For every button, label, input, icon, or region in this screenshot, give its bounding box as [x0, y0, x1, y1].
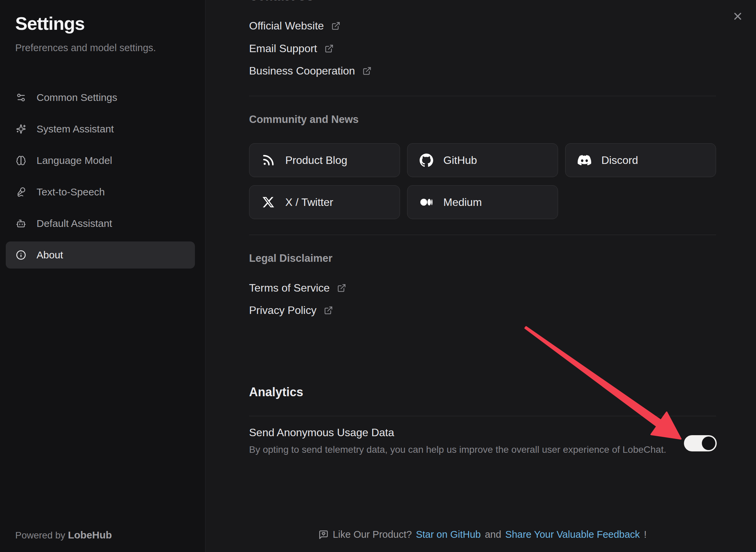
external-link-icon	[325, 44, 334, 53]
legal-heading: Legal Disclaimer	[249, 252, 332, 264]
sidebar-item-label: System Assistant	[37, 123, 114, 135]
official-website-link[interactable]: Official Website	[249, 20, 340, 32]
info-icon	[16, 250, 26, 260]
bot-icon	[16, 218, 26, 229]
sidebar-item-label: Text-to-Speech	[37, 186, 105, 198]
link-label: Terms of Service	[249, 282, 330, 294]
x-twitter-button[interactable]: X / Twitter	[249, 185, 400, 219]
button-label: GitHub	[443, 154, 477, 167]
button-label: Product Blog	[285, 154, 347, 167]
external-link-icon	[362, 66, 372, 76]
medium-button[interactable]: Medium	[407, 185, 558, 219]
community-buttons: Product Blog GitHub Discord X / Twitter	[249, 143, 724, 219]
terms-of-service-link[interactable]: Terms of Service	[249, 282, 346, 294]
analytics-heading: Analytics	[249, 385, 303, 399]
close-icon	[732, 10, 743, 22]
x-twitter-icon	[262, 195, 275, 209]
sidebar-item-label: Common Settings	[37, 92, 117, 103]
sparkles-icon	[16, 124, 26, 134]
footer-prefix: Like Our Product?	[333, 529, 412, 540]
divider	[249, 235, 716, 235]
feedback-link[interactable]: Share Your Valuable Feedback	[505, 529, 640, 540]
page-subtitle: Preferences and model settings.	[15, 42, 156, 54]
footer-middle: and	[485, 529, 501, 540]
discord-icon	[578, 153, 591, 167]
discord-button[interactable]: Discord	[565, 143, 716, 177]
powered-by: Powered by LobeHub	[15, 529, 112, 541]
powered-by-text: Powered by	[15, 530, 65, 540]
page-title: Settings	[15, 13, 85, 34]
link-label: Official Website	[249, 20, 324, 32]
link-label: Business Cooperation	[249, 65, 355, 77]
footer-suffix: !	[644, 529, 647, 540]
usage-data-description: By opting to send telemetry data, you ca…	[249, 444, 666, 455]
button-label: Medium	[443, 196, 482, 209]
external-link-icon	[337, 283, 346, 293]
brain-icon	[16, 155, 26, 166]
button-label: Discord	[601, 154, 638, 167]
footer-message: Like Our Product? Star on GitHub and Sha…	[249, 529, 716, 540]
contact-us-heading: Contact Us	[249, 0, 313, 3]
divider	[249, 416, 716, 416]
about-panel: Contact Us Official Website Email Suppor…	[206, 0, 756, 552]
sidebar-item-text-to-speech[interactable]: Text-to-Speech	[6, 178, 195, 206]
github-button[interactable]: GitHub	[407, 143, 558, 177]
sidebar-nav: Common Settings System Assistant Languag…	[6, 84, 195, 273]
sidebar-item-system-assistant[interactable]: System Assistant	[6, 115, 195, 143]
external-link-icon	[324, 306, 333, 315]
sidebar-item-default-assistant[interactable]: Default Assistant	[6, 210, 195, 237]
settings-sidebar: Settings Preferences and model settings.…	[0, 0, 205, 552]
close-button[interactable]	[730, 9, 745, 24]
star-on-github-link[interactable]: Star on GitHub	[416, 529, 481, 540]
toggle-knob	[702, 437, 715, 450]
github-icon	[420, 153, 433, 167]
button-label: X / Twitter	[285, 196, 333, 209]
rss-icon	[262, 153, 275, 167]
sidebar-item-label: Language Model	[37, 155, 112, 166]
community-heading: Community and News	[249, 113, 359, 126]
business-cooperation-link[interactable]: Business Cooperation	[249, 65, 372, 77]
mic-icon	[16, 187, 26, 197]
lobehub-brand[interactable]: LobeHub	[68, 529, 112, 540]
link-label: Privacy Policy	[249, 304, 316, 317]
divider	[249, 96, 716, 96]
sidebar-item-common-settings[interactable]: Common Settings	[6, 84, 195, 111]
medium-icon	[420, 195, 433, 209]
message-square-heart-icon	[318, 530, 329, 540]
sidebar-item-label: About	[37, 249, 63, 261]
sidebar-item-about[interactable]: About	[6, 241, 195, 269]
usage-data-title: Send Anonymous Usage Data	[249, 426, 394, 439]
external-link-icon	[331, 21, 340, 30]
privacy-policy-link[interactable]: Privacy Policy	[249, 304, 333, 317]
usage-data-toggle[interactable]	[684, 435, 717, 451]
sidebar-item-language-model[interactable]: Language Model	[6, 147, 195, 174]
sliders-icon	[16, 92, 26, 103]
link-label: Email Support	[249, 42, 317, 55]
product-blog-button[interactable]: Product Blog	[249, 143, 400, 177]
sidebar-item-label: Default Assistant	[37, 218, 112, 229]
email-support-link[interactable]: Email Support	[249, 42, 334, 55]
